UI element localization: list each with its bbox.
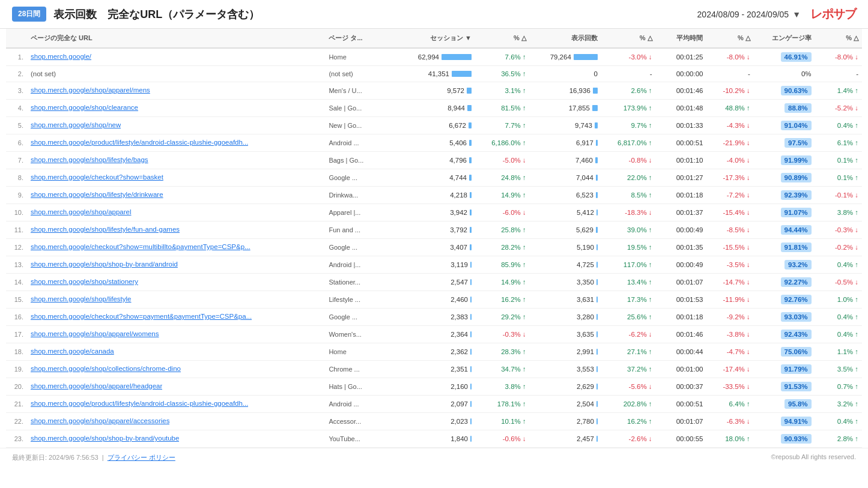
sessions-value: 62,994 [418, 53, 439, 61]
pct-down-icon: -6.0% ↓ [503, 209, 526, 216]
views-pct-up: 39.0% ↑ [627, 226, 652, 233]
url-link[interactable]: shop.merch.google/shop/lifestyle/bags [31, 156, 148, 163]
row-number: 19. [6, 361, 27, 378]
table-row: 2. (not set) (not set) 41,351 36.5% ↑ 0 … [6, 66, 862, 82]
url-link[interactable]: shop.merch.google/ [31, 53, 91, 60]
pct-up-icon: 14.9% ↑ [501, 191, 526, 199]
sessions-bar [442, 54, 472, 60]
engage-rate-value: 90.93% [781, 434, 812, 444]
engage-rate-value: 94.44% [781, 225, 812, 235]
views-value: 5,629 [576, 226, 593, 233]
avg-time-pct-cell: -15.5% ↓ [706, 239, 753, 256]
url-link[interactable]: shop.merch.google/shop/lifestyle [31, 295, 132, 303]
views-pct-up: 8.5% ↑ [631, 191, 652, 199]
url-link[interactable]: shop.merch.google/shop/apparel/headgear [31, 382, 162, 390]
table-row: 4. shop.merch.google/shop/clearance Sale… [6, 100, 862, 117]
engage-rate-value: 91.79% [781, 364, 812, 374]
views-bar [596, 401, 598, 407]
views-pct-up: 6,817.0% ↑ [618, 139, 652, 146]
url-link[interactable]: shop.merch.google/checkout?show=multibil… [31, 243, 250, 250]
engage-pct-up: 0.7% ↑ [837, 383, 858, 390]
url-link[interactable]: shop.merch.google/product/lifestyle/andr… [31, 400, 248, 407]
views-bar-cell: 2,504 [577, 400, 598, 408]
views-value: 2,780 [577, 418, 594, 425]
row-number: 16. [6, 309, 27, 326]
url-link[interactable]: shop.merch.google/shop/lifestyle/drinkwa… [31, 191, 163, 198]
avg-time-cell: 00:01:25 [656, 48, 707, 66]
engage-rate-value: 93.03% [781, 312, 812, 322]
sessions-bar [452, 71, 472, 77]
url-link[interactable]: shop.merch.google/checkout?show=payment&… [31, 313, 252, 320]
sessions-bar-cell: 2,364 [451, 331, 472, 338]
url-link[interactable]: shop.merch.google/shop/clearance [31, 104, 138, 111]
sessions-cell: 1,840 [396, 430, 475, 448]
url-link[interactable]: shop.merch.google/shop/lifestyle/fun-and… [31, 226, 180, 233]
views-value: 7,460 [575, 157, 593, 164]
engage-pct-cell: -0.5% ↓ [815, 274, 862, 291]
row-number: 11. [6, 221, 27, 239]
url-link[interactable]: shop.merch.google/shop/new [31, 121, 121, 128]
col-sessions-pct: % △ [475, 29, 530, 48]
url-link[interactable]: shop.merch.google/shop/apparel/mens [31, 86, 150, 94]
avg-time-pct-cell: -10.2% ↓ [706, 82, 753, 100]
sessions-bar-cell: 4,744 [449, 174, 472, 181]
views-value: 16,936 [569, 87, 590, 94]
period-badge[interactable]: 28日間 [12, 7, 46, 22]
url-link[interactable]: shop.merch.google/checkout?show=basket [31, 173, 163, 181]
url-plain: (not set) [31, 70, 56, 77]
col-sessions[interactable]: セッション ▼ [396, 29, 475, 48]
table-row: 6. shop.merch.google/product/lifestyle/a… [6, 134, 862, 152]
url-link[interactable]: shop.merch.google/shop/stationery [31, 278, 138, 285]
avg-time-pct-cell: -4.7% ↓ [706, 343, 753, 361]
table-row: 18. shop.merch.google/canada Home 2,362 … [6, 343, 862, 361]
engage-rate-cell: 91.07% [754, 204, 815, 221]
views-bar-cell: 16,936 [569, 87, 598, 94]
page-title-cell: Accessor... [325, 413, 395, 430]
sessions-pct-cell: 16.2% ↑ [475, 291, 530, 309]
sessions-pct-cell: 7.6% ↑ [475, 48, 530, 66]
sessions-value: 4,796 [449, 157, 467, 164]
views-bar-cell: 79,264 [550, 53, 598, 61]
engage-rate-value: 0% [801, 70, 812, 77]
sessions-cell: 4,218 [396, 187, 475, 204]
url-cell: shop.merch.google/shop/apparel/womens [27, 326, 325, 343]
sort-desc-icon: ▼ [465, 34, 472, 41]
page-title-cell: Fun and ... [325, 221, 395, 239]
url-link[interactable]: shop.merch.google/shop/apparel/womens [31, 330, 159, 337]
privacy-link[interactable]: プライバシー ポリシー [108, 454, 175, 461]
sessions-value: 3,407 [450, 244, 467, 251]
views-pct-cell: 25.6% ↑ [601, 309, 656, 326]
pct-up-icon: 6,186.0% ↑ [491, 139, 526, 146]
col-avg-time-pct: % △ [706, 29, 753, 48]
table-row: 21. shop.merch.google/product/lifestyle/… [6, 396, 862, 413]
views-bar-cell: 9,743 [575, 122, 598, 129]
engage-rate-value: 95.8% [785, 399, 812, 409]
url-link[interactable]: shop.merch.google/canada [31, 348, 114, 355]
views-pct-cell: -0.8% ↓ [601, 152, 656, 169]
table-row: 15. shop.merch.google/shop/lifestyle Lif… [6, 291, 862, 309]
url-link[interactable]: shop.merch.google/shop/shop-by-brand/and… [31, 261, 178, 268]
views-pct-up: 173.9% ↑ [624, 104, 652, 112]
url-link[interactable]: shop.merch.google/shop/shop-by-brand/you… [31, 435, 179, 442]
avg-time-pct-cell: -7.2% ↓ [706, 187, 753, 204]
row-number: 9. [6, 187, 27, 204]
url-cell: shop.merch.google/shop/lifestyle [27, 291, 325, 309]
views-bar-cell: 2,629 [577, 383, 598, 390]
avg-time-pct-cell: -8.5% ↓ [706, 221, 753, 239]
url-link[interactable]: shop.merch.google/shop/apparel [31, 208, 132, 215]
date-range-selector[interactable]: 2024/08/09 - 2024/09/05 ▼ [697, 10, 801, 19]
col-avg-time: 平均時間 [656, 29, 707, 48]
row-number: 15. [6, 291, 27, 309]
page-title-cell: Google ... [325, 309, 395, 326]
avg-time-cell: 00:00:49 [656, 256, 707, 274]
url-link[interactable]: shop.merch.google/shop/apparel/accessori… [31, 417, 169, 424]
views-bar [596, 140, 598, 146]
views-bar [596, 175, 598, 181]
table-header: ページの完全な URL ページ タ... セッション ▼ % △ 表示回数 % … [6, 29, 862, 48]
avg-time-cell: 00:01:46 [656, 82, 707, 100]
views-cell: 3,631 [530, 291, 601, 309]
time-pct-down: -4.7% ↓ [727, 348, 750, 355]
sessions-bar [470, 418, 472, 424]
url-link[interactable]: shop.merch.google/shop/collections/chrom… [31, 365, 181, 372]
url-link[interactable]: shop.merch.google/product/lifestyle/andr… [31, 139, 248, 146]
